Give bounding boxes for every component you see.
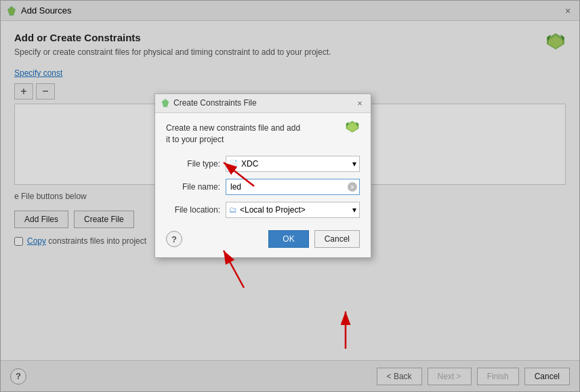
file-type-control: 📄 XDC ▾ [226,156,360,172]
clear-filename-button[interactable]: × [348,182,357,192]
modal-body: Create a new constraints file and add it… [155,113,371,258]
file-type-row: File type: 📄 XDC ▾ [166,156,360,172]
main-window: Add Sources × Add or Create Constraints … [0,0,580,392]
file-type-value: 📄 XDC [229,159,258,169]
create-constraints-dialog: Create Constraints File × Create a new c… [154,93,371,259]
modal-titlebar-left: Create Constraints File [161,98,257,108]
modal-buttons: OK Cancel [268,230,360,248]
file-location-label: File location: [166,205,220,215]
modal-description: Create a new constraints file and add it… [166,123,302,146]
modal-logo [345,120,360,139]
file-type-select[interactable]: 📄 XDC ▾ [226,156,360,172]
modal-titlebar: Create Constraints File × [155,94,371,113]
file-location-row: File location: 🗂 <Local to Project> ▾ [166,202,360,218]
file-name-label: File name: [166,182,220,192]
location-dropdown-arrow-icon: ▾ [352,205,356,215]
file-location-value: 🗂 <Local to Project> [229,205,306,215]
file-location-select[interactable]: 🗂 <Local to Project> ▾ [226,202,360,218]
red-arrow-createfile [325,305,366,352]
folder-icon: 🗂 [229,205,237,215]
file-location-control: 🗂 <Local to Project> ▾ [226,202,360,218]
file-type-icon: 📄 [229,160,239,169]
modal-bottom-row: ? OK Cancel [166,230,360,248]
file-name-row: File name: × [166,179,360,195]
file-name-control: × [226,179,360,195]
modal-close-button[interactable]: × [354,97,365,108]
modal-help-button[interactable]: ? [166,231,182,247]
modal-header-row: Create a new constraints file and add it… [166,123,360,146]
modal-vivado-icon [161,98,170,108]
modal-overlay: Create Constraints File × Create a new c… [0,0,580,392]
file-type-label: File type: [166,159,220,169]
file-name-input[interactable] [226,179,360,195]
modal-cancel-button[interactable]: Cancel [314,230,360,248]
ok-button[interactable]: OK [268,230,308,248]
svg-marker-6 [162,99,169,107]
modal-title: Create Constraints File [173,98,257,108]
dropdown-arrow-icon: ▾ [352,159,356,169]
